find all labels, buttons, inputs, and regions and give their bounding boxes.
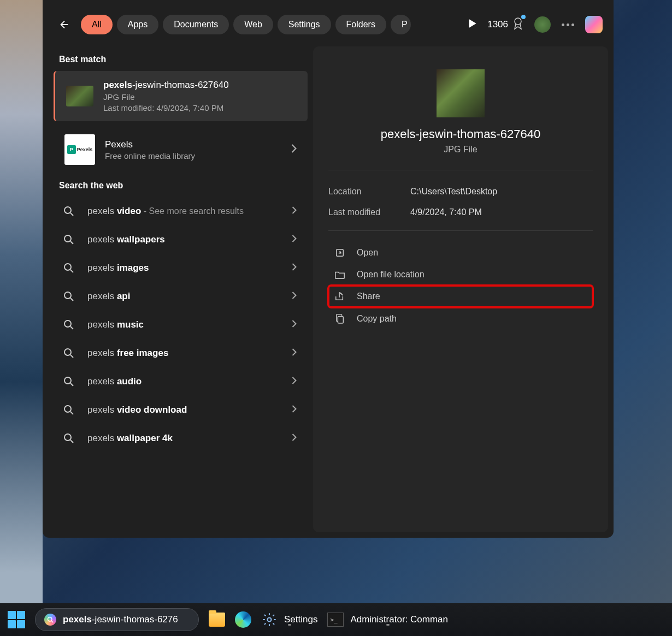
search-web-label: Search the web bbox=[54, 173, 308, 197]
taskbar-search[interactable]: pexels-jeswin-thomas-6276 bbox=[35, 608, 199, 631]
chevron-right-icon bbox=[292, 405, 297, 415]
filter-all[interactable]: All bbox=[81, 15, 113, 34]
chevron-right-icon bbox=[292, 292, 297, 301]
search-icon bbox=[62, 263, 75, 274]
action-open[interactable]: Open bbox=[328, 242, 593, 264]
svg-point-6 bbox=[64, 349, 71, 355]
result-type: JPG File bbox=[103, 92, 229, 102]
chevron-right-icon bbox=[292, 206, 297, 216]
web-result-2[interactable]: pexels images bbox=[54, 254, 308, 282]
search-icon bbox=[62, 206, 75, 217]
web-result-text: pexels music bbox=[87, 319, 280, 330]
web-result-8[interactable]: pexels wallpaper 4k bbox=[54, 424, 308, 453]
chevron-right-icon bbox=[291, 144, 297, 155]
filter-folders[interactable]: Folders bbox=[335, 15, 386, 34]
preview-thumbnail bbox=[437, 69, 485, 117]
rewards-points[interactable]: 1306 bbox=[487, 17, 523, 33]
web-results-list: pexels video - See more search results p… bbox=[54, 197, 308, 453]
back-button[interactable] bbox=[54, 14, 75, 35]
search-header: All Apps Documents Web Settings Folders … bbox=[43, 0, 614, 46]
taskbar: pexels-jeswin-thomas-6276 Settings >_ Ad… bbox=[0, 603, 672, 636]
chevron-right-icon bbox=[292, 320, 297, 330]
result-text: pexels-jeswin-thomas-627640 JPG File Las… bbox=[103, 80, 229, 112]
modified-value: 4/9/2024, 7:40 PM bbox=[410, 207, 482, 217]
filter-more[interactable]: P bbox=[391, 15, 411, 34]
chevron-right-icon bbox=[292, 263, 297, 273]
divider bbox=[328, 170, 593, 170]
copilot-icon[interactable] bbox=[585, 16, 603, 33]
action-share[interactable]: Share bbox=[328, 286, 593, 307]
result-modified: Last modified: 4/9/2024, 7:40 PM bbox=[103, 103, 229, 112]
scroll-right-icon[interactable] bbox=[469, 19, 476, 30]
result-thumbnail bbox=[66, 86, 93, 106]
web-result-text: pexels free images bbox=[87, 348, 280, 359]
action-open-label: Open bbox=[357, 248, 378, 258]
action-open-location[interactable]: Open file location bbox=[328, 264, 593, 286]
svg-point-12 bbox=[48, 617, 52, 622]
search-icon bbox=[62, 376, 75, 387]
open-icon bbox=[334, 248, 346, 258]
pexels-text: Pexels Free online media library bbox=[105, 139, 195, 161]
divider bbox=[328, 230, 593, 231]
taskbar-settings[interactable]: Settings bbox=[261, 611, 317, 628]
best-match-result[interactable]: pexels-jeswin-thomas-627640 JPG File Las… bbox=[54, 71, 308, 121]
modified-row: Last modified 4/9/2024, 7:40 PM bbox=[328, 202, 593, 223]
web-result-0[interactable]: pexels video - See more search results bbox=[54, 197, 308, 225]
user-avatar[interactable] bbox=[534, 16, 551, 33]
chevron-right-icon bbox=[292, 235, 297, 245]
location-value: C:\Users\Test\Desktop bbox=[410, 187, 497, 197]
action-share-label: Share bbox=[357, 292, 380, 301]
web-result-1[interactable]: pexels wallpapers bbox=[54, 225, 308, 254]
svg-point-9 bbox=[64, 434, 71, 441]
preview-type: JPG File bbox=[328, 145, 593, 154]
web-result-5[interactable]: pexels free images bbox=[54, 339, 308, 367]
web-result-text: pexels audio bbox=[87, 376, 280, 387]
pexels-icon: PPexels bbox=[64, 134, 95, 165]
cmd-icon: >_ bbox=[327, 613, 344, 627]
web-result-7[interactable]: pexels video download bbox=[54, 396, 308, 424]
web-result-text: pexels images bbox=[87, 263, 280, 274]
web-result-4[interactable]: pexels music bbox=[54, 311, 308, 339]
action-copy-path[interactable]: Copy path bbox=[328, 307, 593, 330]
web-result-text: pexels wallpapers bbox=[87, 234, 280, 245]
search-icon bbox=[62, 348, 75, 359]
action-open-location-label: Open file location bbox=[357, 270, 425, 280]
web-result-text: pexels wallpaper 4k bbox=[87, 433, 280, 444]
edge-icon bbox=[235, 611, 251, 628]
svg-point-2 bbox=[64, 235, 71, 242]
svg-point-13 bbox=[268, 618, 272, 622]
web-result-text: pexels api bbox=[87, 291, 280, 302]
web-result-6[interactable]: pexels audio bbox=[54, 367, 308, 396]
taskbar-cmd-label: Administrator: Comman bbox=[350, 614, 448, 625]
pexels-title: Pexels bbox=[105, 139, 195, 150]
taskbar-cmd[interactable]: >_ Administrator: Comman bbox=[327, 611, 448, 628]
folder-icon bbox=[334, 270, 346, 280]
result-title: pexels-jeswin-thomas-627640 bbox=[103, 80, 229, 91]
preview-pane: pexels-jeswin-thomas-627640 JPG File Loc… bbox=[313, 46, 608, 532]
share-icon bbox=[334, 292, 346, 301]
pexels-result[interactable]: PPexels Pexels Free online media library bbox=[54, 127, 308, 173]
chevron-right-icon bbox=[292, 348, 297, 358]
search-icon bbox=[62, 405, 75, 415]
action-copy-path-label: Copy path bbox=[357, 314, 397, 324]
best-match-label: Best match bbox=[54, 46, 308, 71]
search-icon bbox=[62, 319, 75, 330]
filter-pills: All Apps Documents Web Settings Folders … bbox=[81, 15, 458, 34]
results-column: Best match pexels-jeswin-thomas-627640 J… bbox=[43, 46, 313, 538]
taskbar-edge[interactable] bbox=[235, 611, 251, 628]
search-icon bbox=[62, 234, 75, 245]
filter-documents[interactable]: Documents bbox=[163, 15, 229, 34]
preview-title: pexels-jeswin-thomas-627640 bbox=[328, 127, 593, 141]
filter-web[interactable]: Web bbox=[233, 15, 273, 34]
filter-apps[interactable]: Apps bbox=[117, 15, 158, 34]
filter-settings[interactable]: Settings bbox=[278, 15, 331, 34]
copy-icon bbox=[334, 313, 346, 324]
start-button[interactable] bbox=[8, 611, 25, 628]
search-icon bbox=[62, 433, 75, 444]
search-icon bbox=[44, 614, 56, 626]
taskbar-explorer[interactable] bbox=[209, 611, 225, 628]
header-right: 1306 bbox=[469, 16, 603, 33]
search-text: pexels-jeswin-thomas-6276 bbox=[63, 614, 178, 625]
more-options-icon[interactable] bbox=[562, 23, 574, 26]
web-result-3[interactable]: pexels api bbox=[54, 282, 308, 311]
